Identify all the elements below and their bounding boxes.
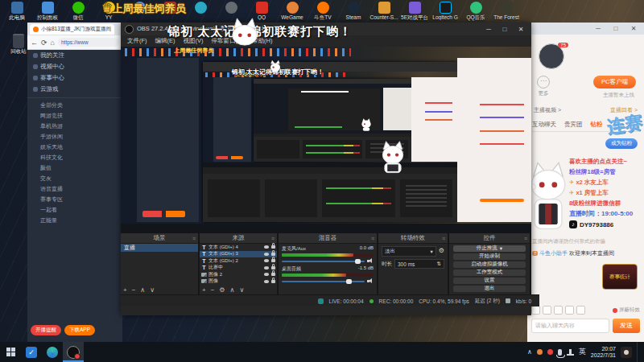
stop-streaming-button[interactable]: 停止推流▾ — [453, 245, 526, 253]
category-item[interactable]: 赛事专区 — [27, 194, 122, 204]
hot-icon[interactable] — [565, 306, 574, 315]
sidebar-item-video[interactable]: 视频中心 — [27, 61, 122, 72]
browser-tab[interactable]: 小徐813直播_JK门游戏直播间 — [30, 24, 114, 35]
category-item[interactable]: 语音直播 — [27, 183, 122, 194]
scene-item[interactable]: 直播 — [121, 244, 198, 252]
spinner-icon[interactable]: ⇅ — [437, 261, 441, 267]
desktop-icon-logitech[interactable]: Logitech G — [430, 2, 460, 22]
ime-indicator[interactable]: 英 — [579, 347, 586, 357]
desktop-icon-this-pc[interactable]: 此电脑 — [2, 2, 32, 22]
category-item[interactable]: 手游休闲 — [27, 131, 122, 142]
desktop-icon-5e[interactable]: 5E对战平台 — [399, 2, 430, 22]
obs-close-button[interactable]: ✕ — [514, 26, 527, 33]
start-recording-button[interactable]: 开始录制 — [453, 253, 526, 261]
remind-button[interactable]: 开播提醒 — [31, 325, 61, 335]
lock-icon[interactable] — [271, 259, 275, 262]
streamer-video-link[interactable]: 主播视频 > — [534, 106, 561, 114]
start-button[interactable] — [0, 342, 21, 362]
more-tools-icon[interactable] — [576, 306, 585, 315]
speaker-icon[interactable] — [367, 278, 374, 284]
browser-close-button[interactable]: ✕ — [627, 25, 640, 32]
desktop-icon-control-panel[interactable]: 控制面板 — [32, 2, 63, 22]
taskbar-app-edge[interactable] — [42, 342, 63, 362]
lock-icon[interactable] — [271, 245, 275, 249]
taskbar-app-1[interactable]: ✓ — [21, 342, 42, 362]
sidebar-item-follow[interactable]: 我的关注 — [27, 50, 122, 61]
desktop-icon-douyutv[interactable]: 斗鱼TV — [308, 2, 338, 22]
desktop-icon-app7[interactable] — [185, 2, 216, 22]
visibility-icon[interactable] — [264, 273, 269, 276]
browser-minimize-button[interactable]: ─ — [592, 25, 605, 32]
gift-icon[interactable] — [543, 306, 551, 315]
category-item[interactable]: 正能量 — [27, 215, 122, 225]
streamer-avatar[interactable]: 75 — [539, 43, 564, 69]
category-item[interactable]: 一起看 — [27, 204, 122, 215]
obs-preview-canvas[interactable]: 上周最佳饲养员 锦初 太太记得锦初联赛打下哟！ 上周最佳饲养员 — [121, 47, 531, 233]
category-item[interactable]: 娱乐天地 — [27, 142, 122, 152]
menu-file[interactable]: 文件(F) — [124, 37, 151, 45]
source-properties-button[interactable]: ⚙ — [219, 286, 225, 294]
obs-minimize-button[interactable]: ─ — [482, 26, 495, 33]
lock-icon[interactable] — [271, 280, 275, 283]
chat-input[interactable]: 请输入聊天内容 — [531, 319, 609, 333]
category-item[interactable]: 网游竞技 — [27, 110, 122, 121]
visibility-icon[interactable] — [264, 280, 269, 283]
source-up-button[interactable]: ∧ — [230, 286, 235, 294]
sidebar-item-esports[interactable]: 赛事中心 — [27, 72, 122, 84]
category-item[interactable]: 颜值 — [27, 162, 122, 173]
scene-down-button[interactable]: ∨ — [150, 286, 155, 294]
tab-vip[interactable]: 贵宾团 — [564, 121, 583, 129]
desktop-volume-slider[interactable] — [282, 281, 365, 282]
address-bar[interactable]: https://www — [58, 38, 119, 47]
remove-scene-button[interactable]: − — [132, 286, 136, 294]
obs-maximize-button[interactable]: □ — [498, 26, 511, 33]
lock-icon[interactable] — [271, 273, 275, 276]
desktop-icon-the-forest[interactable]: The Forest — [491, 2, 522, 22]
transition-gear-button[interactable]: ⚙ — [439, 247, 444, 254]
join-fans-button[interactable]: 成为钻粉 — [605, 138, 638, 149]
category-item[interactable]: 单机热游 — [27, 121, 122, 131]
desktop-icon-wechat[interactable]: 微信 — [63, 2, 93, 22]
home-icon[interactable]: ⌂ — [51, 39, 55, 47]
microphone-tray-icon[interactable] — [558, 349, 562, 356]
send-button[interactable]: 发送 — [613, 319, 640, 333]
recording-tray-icon[interactable] — [547, 349, 553, 355]
refresh-icon[interactable]: ⟳ — [41, 39, 47, 47]
source-item[interactable]: T文本 (GDI+) 2 — [200, 257, 277, 265]
visibility-icon[interactable] — [264, 259, 269, 262]
emoticon-icon[interactable] — [531, 306, 540, 315]
source-down-button[interactable]: ∨ — [239, 286, 244, 294]
add-scene-button[interactable]: + — [123, 286, 127, 294]
desktop-icon-counter-strike[interactable]: Counter-S... — [369, 2, 399, 22]
tab-chat[interactable]: 互动聊天 — [532, 121, 556, 129]
settings-button[interactable]: 设置 — [453, 278, 526, 285]
category-item[interactable]: 交友 — [27, 173, 122, 183]
source-item[interactable]: 图像 2 — [200, 271, 277, 278]
tab-diamond-fans[interactable]: 钻粉 — [591, 121, 603, 129]
taskbar-app-obs[interactable] — [63, 342, 84, 362]
visibility-icon[interactable] — [264, 245, 269, 249]
more-menu[interactable]: ⋯ 更多 — [537, 76, 550, 97]
add-source-button[interactable]: + — [202, 286, 206, 294]
category-item[interactable]: 科技文化 — [27, 152, 122, 162]
show-desktop-button[interactable] — [637, 342, 641, 362]
back-icon[interactable]: ← — [31, 39, 38, 47]
pc-client-button[interactable]: PC客户端 — [593, 76, 636, 88]
download-app-button[interactable]: 下载APP — [64, 325, 95, 335]
block-effects-toggle[interactable]: 屏蔽特效 — [613, 306, 640, 314]
exit-button[interactable]: 退出 — [453, 286, 526, 293]
chat-username[interactable]: 斗鱼小助手 — [539, 249, 568, 257]
notification-icon[interactable] — [621, 347, 632, 358]
speaker-icon[interactable] — [367, 258, 374, 264]
taskbar-clock[interactable]: 20:07 2022/7/31 — [591, 346, 616, 359]
virtual-camera-button[interactable]: 启动虚拟摄像机 — [453, 261, 526, 269]
transition-select[interactable]: 淡出 ▾ — [382, 246, 436, 257]
visibility-icon[interactable] — [264, 253, 269, 256]
image-icon[interactable] — [554, 306, 563, 315]
transition-duration-input[interactable]: 300 ms ⇅ — [394, 259, 444, 269]
sidebar-item-cloudgame[interactable]: 云游戏 — [27, 84, 122, 95]
browser-maximize-button[interactable]: □ — [609, 25, 622, 32]
lock-icon[interactable] — [271, 266, 275, 269]
mic-volume-slider[interactable] — [282, 261, 365, 262]
lock-icon[interactable] — [271, 253, 275, 256]
